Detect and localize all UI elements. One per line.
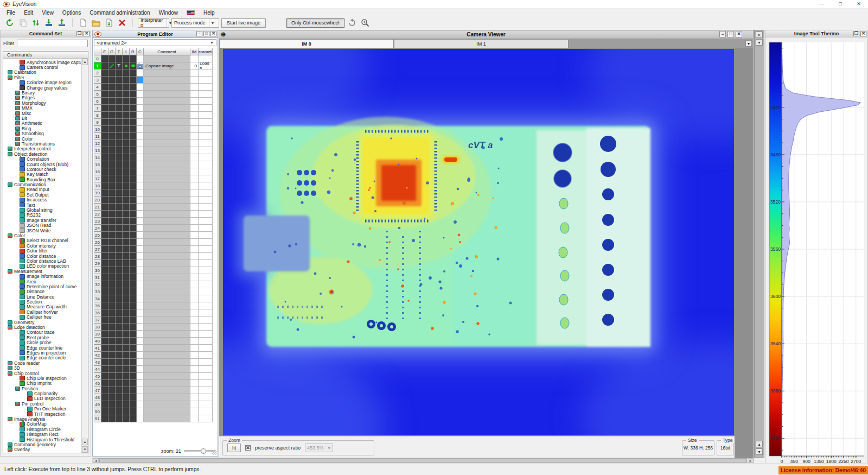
thermal-image-view[interactable]: cVT a [223,49,734,435]
command-cell[interactable] [137,175,144,182]
row-number[interactable]: 4 [94,84,101,91]
tree-item-color-intensity[interactable]: Color intensity [3,243,81,248]
im-cell[interactable] [190,225,199,232]
im-cell[interactable] [190,77,199,84]
tree-item-global-string[interactable]: Global string [3,207,81,212]
flag-cell[interactable] [101,91,108,98]
flag-cell[interactable] [101,175,108,182]
close-panel-icon[interactable]: ✕ [860,31,866,36]
row-number[interactable]: 40 [94,338,101,345]
im-cell[interactable] [190,380,199,387]
parameter-cell[interactable] [199,147,213,154]
close-button[interactable]: ✕ [850,0,868,9]
capture-command-icon[interactable] [137,62,144,69]
tree-item-asynchronous-image-capture[interactable]: Asynchronous image capture [3,60,81,65]
parameter-cell[interactable] [199,218,213,225]
im-cell[interactable] [190,288,199,295]
flag-cell[interactable] [101,218,108,225]
flag-cell[interactable] [116,197,123,204]
tree-item-line-distance[interactable]: Line Distance [3,294,81,299]
comment-cell[interactable] [144,302,190,309]
row-number[interactable]: 26 [94,239,101,246]
flag-cell[interactable] [116,211,123,218]
undo-rotate-icon[interactable] [347,17,358,28]
parameter-cell[interactable] [199,316,213,324]
flag-cell[interactable] [101,316,108,324]
parameter-cell[interactable]: Load fi... [199,62,213,69]
comment-cell[interactable] [144,77,190,84]
tree-item-bit[interactable]: Bit [3,116,81,121]
flag-cell[interactable] [123,401,130,408]
active-row-number[interactable]: 1 [94,62,101,69]
flag-cell[interactable] [116,168,123,175]
flag-cell[interactable] [101,309,108,316]
command-cell[interactable] [137,119,144,126]
zoom-percent-select[interactable]: 453.5%▼ [305,444,333,452]
tree-item-tht-inspection[interactable]: THT Inspection [3,411,81,416]
flag-cell[interactable] [123,274,130,281]
comment-cell[interactable] [144,133,190,140]
program-select[interactable]: <unnamed 2> ▼ [94,39,216,46]
program-row-13[interactable]: 13 [94,147,213,154]
flag-cell[interactable] [116,331,123,338]
flag-cell[interactable] [108,232,116,239]
command-cell[interactable] [137,112,144,119]
command-cell[interactable] [137,154,144,161]
parameter-cell[interactable] [199,126,213,133]
tree-item-image-transfer[interactable]: Image transfer [3,218,81,223]
flag-cell[interactable] [130,126,137,133]
im-cell[interactable] [190,147,199,154]
flag-cell[interactable] [130,98,137,105]
row-number[interactable]: 2 [94,69,101,77]
row-number[interactable]: 45 [94,373,101,380]
comment-cell[interactable] [144,91,190,98]
program-row-9[interactable]: 9 [94,119,213,126]
flag-cell[interactable] [108,239,116,246]
flag-cell[interactable] [108,91,116,98]
program-row-17[interactable]: 17 [94,175,213,182]
program-row-45[interactable]: 45 [94,373,213,380]
chevron-down-icon[interactable]: ▼ [756,39,763,46]
tree-item-object-detection[interactable]: Object detection [3,151,81,156]
flag-cell[interactable] [123,140,130,147]
flag-cell[interactable] [123,218,130,225]
command-cell[interactable] [137,133,144,140]
flag-cell[interactable] [108,253,116,260]
parameter-cell[interactable] [199,197,213,204]
comment-cell[interactable] [144,168,190,175]
tree-item-circle-probe[interactable]: Circle probe [3,340,81,345]
flag-cell[interactable] [116,182,123,189]
flag-cell[interactable] [130,352,137,359]
preserve-aspect-checkbox[interactable]: ✕ [245,445,251,451]
tree-item-area[interactable]: Area [3,279,81,284]
comment-cell[interactable] [144,161,190,168]
parameter-cell[interactable] [199,140,213,147]
flag-cell[interactable] [101,147,108,154]
tree-item-ring[interactable]: Ring [3,126,81,131]
tree-item-arithmetic[interactable]: Arithmetic [3,121,81,126]
flag-cell[interactable] [116,98,123,105]
flag-cell[interactable] [108,77,116,84]
comment-cell[interactable] [144,218,190,225]
program-row-15[interactable]: 15 [94,161,213,168]
comment-cell[interactable] [144,98,190,105]
flag-cell[interactable] [101,55,108,62]
flag-cell[interactable] [108,267,116,274]
row-number[interactable]: 44 [94,366,101,373]
parameter-cell[interactable] [199,267,213,274]
flag-cell[interactable] [123,161,130,168]
flag-cell[interactable] [130,69,137,77]
comment-cell[interactable] [144,331,190,338]
im-cell[interactable] [190,204,199,211]
flag-cell[interactable] [101,373,108,380]
program-row-37[interactable]: 37 [94,316,213,324]
tree-item-command-geometry[interactable]: Command geometry [3,442,81,447]
command-cell[interactable] [137,408,144,415]
comment-cell[interactable] [144,352,190,359]
flag-cell[interactable] [130,338,137,345]
program-row-23[interactable]: 23 [94,218,213,225]
menu-window[interactable]: Window [155,9,183,16]
flag-cell[interactable] [108,274,116,281]
flag-cell[interactable] [123,197,130,204]
flag-cell[interactable] [101,352,108,359]
